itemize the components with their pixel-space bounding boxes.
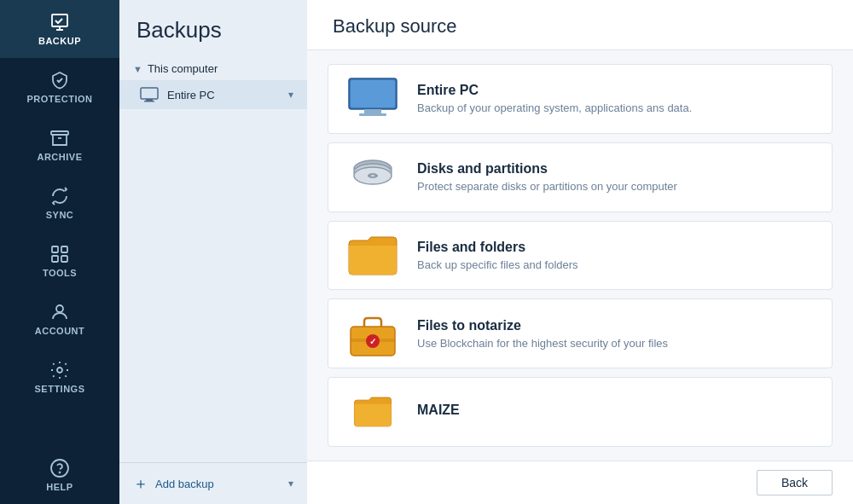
panel-title: Backups: [119, 0, 307, 57]
entire-pc-card-title: Entire PC: [417, 83, 692, 98]
svg-point-9: [60, 472, 61, 473]
files-folders-card-icon: [345, 229, 400, 283]
svg-text:✓: ✓: [369, 337, 376, 346]
disks-partitions-card[interactable]: Disks and partitions Protect separate di…: [328, 142, 833, 212]
sidebar-label-sync: SYNC: [46, 210, 74, 220]
cards-container: Entire PC Backup of your operating syste…: [307, 50, 853, 461]
sidebar-label-archive: ARCHIVE: [37, 152, 82, 162]
footer-bar: Back: [307, 461, 853, 504]
svg-rect-15: [364, 109, 381, 113]
sidebar-item-protection[interactable]: PROTECTION: [0, 58, 119, 116]
notarize-card-desc: Use Blockchain for the highest security …: [417, 337, 668, 350]
files-notarize-card[interactable]: ✓ Files to notarize Use Blockchain for t…: [328, 298, 833, 368]
sidebar-label-backup: BACKUP: [38, 36, 81, 46]
entire-pc-card[interactable]: Entire PC Backup of your operating syste…: [328, 64, 833, 134]
svg-rect-16: [359, 113, 386, 116]
disks-card-desc: Protect separate disks or partitions on …: [417, 180, 677, 193]
entire-pc-label: Entire PC: [167, 89, 280, 101]
svg-rect-1: [51, 131, 68, 135]
sidebar-item-sync[interactable]: SYNC: [0, 174, 119, 232]
svg-rect-10: [141, 88, 158, 99]
entire-pc-card-desc: Backup of your operating system, applica…: [417, 101, 692, 114]
disks-card-icon: [345, 150, 400, 205]
notarize-card-title: Files to notarize: [417, 318, 668, 333]
notarize-card-icon: ✓: [345, 306, 400, 361]
disks-card-title: Disks and partitions: [417, 161, 677, 177]
files-folders-card[interactable]: Files and folders Back up specific files…: [328, 221, 833, 291]
sidebar: BACKUP PROTECTION ARCHIVE SYNC TOOLS: [0, 0, 119, 504]
main-content: Backup source Entire PC Backup of your o…: [307, 0, 853, 504]
svg-rect-5: [61, 256, 67, 262]
sidebar-item-archive[interactable]: ARCHIVE: [0, 116, 119, 174]
add-backup-chevron-icon: ▾: [288, 478, 293, 490]
sidebar-label-account: ACCOUNT: [35, 326, 85, 336]
sidebar-item-help[interactable]: HELP: [0, 446, 119, 504]
maize-card-title: MAIZE: [417, 403, 460, 418]
disks-card-text: Disks and partitions Protect separate di…: [417, 161, 677, 193]
back-button[interactable]: Back: [757, 470, 833, 495]
maize-card-icon: [345, 385, 400, 439]
entire-pc-source-item[interactable]: Entire PC ▾: [119, 80, 307, 109]
sidebar-item-account[interactable]: ACCOUNT: [0, 290, 119, 348]
add-backup-footer[interactable]: ＋ Add backup ▾: [119, 462, 307, 504]
add-backup-label: Add backup: [155, 478, 214, 490]
maize-folder-icon: [349, 395, 397, 429]
maize-card[interactable]: MAIZE: [328, 377, 833, 447]
maize-card-text: MAIZE: [417, 403, 460, 421]
svg-rect-2: [52, 246, 58, 252]
svg-point-8: [51, 460, 68, 477]
entire-pc-chevron-icon: ▾: [288, 89, 293, 101]
backup-source-header: Backup source: [307, 0, 853, 50]
sidebar-label-help: HELP: [46, 482, 73, 492]
files-folders-card-title: Files and folders: [417, 240, 578, 255]
sidebar-label-settings: SETTINGS: [34, 384, 84, 394]
this-computer-label: This computer: [148, 62, 218, 75]
svg-point-7: [57, 368, 62, 373]
sidebar-label-tools: TOOLS: [43, 268, 77, 278]
notarize-card-text: Files to notarize Use Blockchain for the…: [417, 318, 668, 350]
svg-rect-14: [351, 80, 395, 107]
sidebar-item-settings[interactable]: SETTINGS: [0, 348, 119, 406]
svg-rect-4: [52, 256, 58, 262]
source-panel: Backups ▼ This computer Entire PC ▾ ＋ Ad…: [119, 0, 307, 504]
files-folders-card-text: Files and folders Back up specific files…: [417, 240, 578, 271]
disk-icon: [349, 154, 397, 201]
monitor-icon: [140, 87, 159, 102]
section-arrow-icon: ▼: [133, 64, 142, 74]
monitor-large-icon: [347, 77, 398, 121]
sidebar-item-backup[interactable]: BACKUP: [0, 0, 119, 58]
svg-rect-12: [144, 101, 154, 102]
svg-point-23: [371, 175, 375, 177]
this-computer-section: ▼ This computer: [119, 57, 307, 80]
svg-rect-3: [61, 246, 67, 252]
entire-pc-card-icon: [345, 72, 400, 126]
sidebar-label-protection: PROTECTION: [26, 94, 92, 104]
notarize-icon: ✓: [347, 310, 398, 357]
sidebar-item-tools[interactable]: TOOLS: [0, 232, 119, 290]
svg-rect-11: [146, 99, 153, 101]
folder-icon: [347, 234, 398, 278]
files-folders-card-desc: Back up specific files and folders: [417, 258, 578, 271]
svg-point-6: [56, 305, 63, 312]
add-icon: ＋: [133, 473, 148, 494]
entire-pc-card-text: Entire PC Backup of your operating syste…: [417, 83, 692, 114]
